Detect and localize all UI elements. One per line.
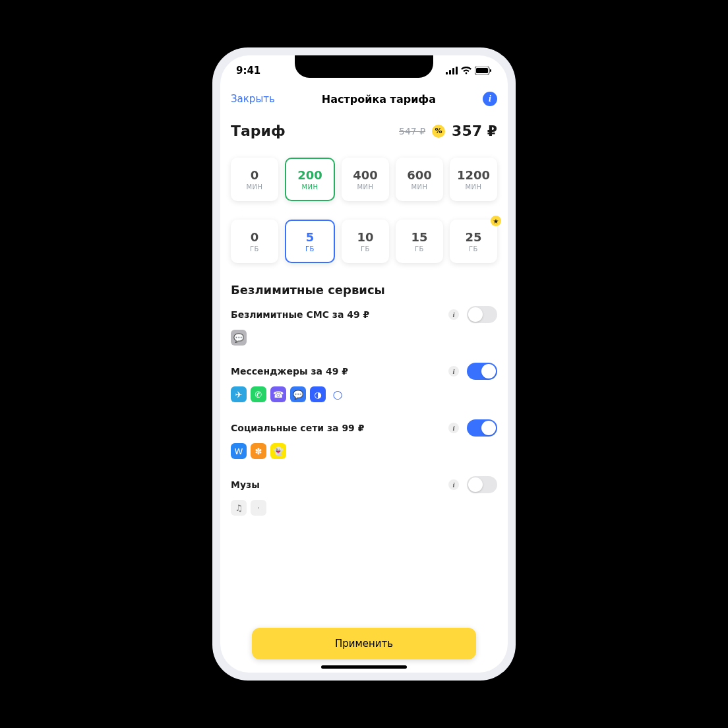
gb-value: 10 — [357, 230, 373, 244]
screen: 9:41 Закрыть Настройка тарифа i Тариф 54… — [220, 55, 508, 673]
service-label: Социальные сети за 99 ₽ — [231, 423, 364, 433]
minutes-unit: МИН — [246, 183, 262, 191]
service-toggle[interactable] — [467, 363, 497, 380]
svg-rect-6 — [490, 69, 491, 72]
service-controls: i — [448, 363, 497, 380]
service-head: Социальные сети за 99 ₽ i — [231, 419, 497, 437]
discount-icon: % — [432, 125, 445, 138]
service-head: Музы i — [231, 476, 497, 493]
service-info-button[interactable]: i — [448, 423, 459, 433]
battery-icon — [475, 67, 492, 75]
gb-option-5[interactable]: 5ГБ — [285, 220, 335, 263]
minutes-value: 400 — [353, 168, 378, 182]
service-info-button[interactable]: i — [448, 309, 459, 320]
wifi-icon — [461, 67, 471, 75]
gb-value: 0 — [251, 230, 259, 244]
gb-value: 15 — [411, 230, 427, 244]
snapchat-icon: 👻 — [270, 443, 286, 459]
svg-rect-2 — [452, 68, 454, 75]
service-icons: 💬 — [231, 330, 497, 346]
minutes-picker: 0МИН200МИН400МИН600МИН1200МИН — [231, 158, 497, 201]
minutes-unit: МИН — [411, 183, 427, 191]
service-info-button[interactable]: i — [448, 366, 459, 377]
imessage-icon: 💬 — [290, 386, 306, 402]
telegram-icon: ✈ — [231, 386, 247, 402]
service-icons: W✽👻 — [231, 443, 497, 459]
tariff-label: Тариф — [231, 123, 286, 139]
gb-option-10[interactable]: 10ГБ — [342, 220, 389, 263]
star-icon: ★ — [491, 216, 501, 226]
minutes-value: 200 — [297, 168, 322, 182]
line-icon: ◯ — [330, 386, 346, 402]
service-label: Мессенджеры за 49 ₽ — [231, 366, 348, 377]
service-controls: i — [448, 476, 497, 493]
top-nav: Закрыть Настройка тарифа i — [220, 86, 508, 112]
svg-rect-0 — [446, 72, 448, 75]
services-list: Безлимитные СМС за 49 ₽ i 💬 Мессенджеры … — [231, 306, 497, 516]
gb-unit: ГБ — [305, 245, 315, 253]
service-label: Музы — [231, 479, 260, 490]
minutes-unit: МИН — [301, 183, 318, 191]
ok-icon: ✽ — [251, 443, 266, 459]
service-toggle[interactable] — [467, 306, 497, 323]
minutes-option-200[interactable]: 200МИН — [285, 158, 335, 201]
minutes-value: 1200 — [457, 168, 490, 182]
status-icons — [446, 67, 492, 75]
minutes-value: 0 — [251, 168, 259, 182]
music2-icon: · — [251, 500, 266, 516]
vk-icon: W — [231, 443, 247, 459]
service-item: Безлимитные СМС за 49 ₽ i 💬 — [231, 306, 497, 346]
service-controls: i — [448, 419, 497, 437]
unlimited-heading: Безлимитные сервисы — [231, 283, 497, 297]
gb-picker: 0ГБ5ГБ10ГБ15ГБ★25ГБ — [231, 220, 497, 263]
new-price: 357 ₽ — [452, 123, 497, 139]
service-label: Безлимитные СМС за 49 ₽ — [231, 309, 369, 320]
svg-rect-5 — [476, 68, 488, 73]
chat-icon: ◑ — [310, 386, 326, 402]
gb-value: 25 — [465, 230, 481, 244]
minutes-option-1200[interactable]: 1200МИН — [450, 158, 497, 201]
gb-unit: ГБ — [250, 245, 259, 253]
gb-unit: ГБ — [469, 245, 478, 253]
minutes-unit: МИН — [465, 183, 481, 191]
apply-wrap: Применить — [220, 628, 508, 659]
gb-unit: ГБ — [361, 245, 370, 253]
service-icons: ✈✆☎💬◑◯ — [231, 386, 497, 402]
service-head: Безлимитные СМС за 49 ₽ i — [231, 306, 497, 323]
cellular-icon — [446, 67, 458, 75]
close-button[interactable]: Закрыть — [231, 93, 275, 105]
service-controls: i — [448, 306, 497, 323]
gb-option-0[interactable]: 0ГБ — [231, 220, 278, 263]
service-item: Музы i ♫· — [231, 476, 497, 516]
content: Тариф 547 ₽ % 357 ₽ 0МИН200МИН400МИН600М… — [220, 112, 508, 673]
status-time: 9:41 — [236, 65, 260, 76]
minutes-option-400[interactable]: 400МИН — [342, 158, 389, 201]
minutes-unit: МИН — [357, 183, 373, 191]
gb-option-15[interactable]: 15ГБ — [396, 220, 443, 263]
service-item: Мессенджеры за 49 ₽ i ✈✆☎💬◑◯ — [231, 363, 497, 402]
gb-unit: ГБ — [415, 245, 424, 253]
gb-option-25[interactable]: ★25ГБ — [450, 220, 497, 263]
service-item: Социальные сети за 99 ₽ i W✽👻 — [231, 419, 497, 459]
info-button[interactable]: i — [483, 92, 497, 106]
svg-rect-3 — [456, 67, 458, 75]
minutes-option-0[interactable]: 0МИН — [231, 158, 278, 201]
svg-rect-1 — [449, 70, 451, 75]
apply-button[interactable]: Применить — [252, 628, 476, 659]
minutes-option-600[interactable]: 600МИН — [396, 158, 443, 201]
gb-value: 5 — [306, 230, 315, 244]
minutes-value: 600 — [407, 168, 432, 182]
notch — [295, 55, 433, 78]
home-indicator — [321, 665, 407, 669]
old-price: 547 ₽ — [399, 126, 425, 136]
whatsapp-icon: ✆ — [251, 386, 266, 402]
service-info-button[interactable]: i — [448, 479, 459, 490]
phone-frame: 9:41 Закрыть Настройка тарифа i Тариф 54… — [212, 47, 516, 681]
price-line: Тариф 547 ₽ % 357 ₽ — [231, 123, 497, 139]
service-icons: ♫· — [231, 500, 497, 516]
service-toggle[interactable] — [467, 476, 497, 493]
service-toggle[interactable] — [467, 419, 497, 437]
viber-icon: ☎ — [270, 386, 286, 402]
music-icon: ♫ — [231, 500, 247, 516]
service-head: Мессенджеры за 49 ₽ i — [231, 363, 497, 380]
